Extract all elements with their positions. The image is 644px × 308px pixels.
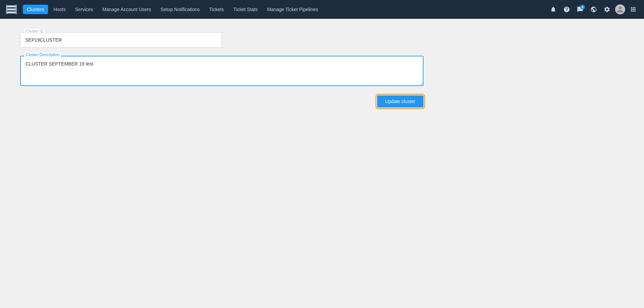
globe-icon[interactable] [588,4,599,15]
nav-services[interactable]: Services [71,5,97,14]
nav-clusters[interactable]: Clusters [23,5,48,14]
svg-rect-1 [7,8,16,10]
notification-badge: 2 [580,5,585,9]
cluster-desc-textarea[interactable] [20,56,424,86]
cluster-id-input[interactable] [20,32,222,48]
cluster-id-label: Cluster ID [24,29,45,34]
nav-hosts[interactable]: Hosts [49,5,70,14]
svg-rect-2 [7,11,16,13]
update-cluster-button[interactable]: Update cluster [377,95,424,107]
avatar[interactable] [615,4,625,14]
bell-icon[interactable] [548,4,559,15]
app-logo [5,3,17,15]
cluster-desc-field-group: Cluster Description [20,56,424,87]
grid-icon[interactable] [628,4,639,15]
main-content: Cluster ID Cluster Description Update cl… [0,19,644,121]
svg-rect-4 [15,5,17,14]
download-icon[interactable]: 2 [575,4,586,15]
nav-setup-notifications[interactable]: Setup Notifications [157,5,204,14]
settings-icon[interactable] [602,4,612,15]
cluster-id-field-group: Cluster ID [20,32,222,48]
cluster-desc-label: Cluster Description [24,52,61,57]
nav-ticket-stats[interactable]: Ticket Stats [229,5,262,14]
svg-rect-0 [7,5,16,7]
navbar: Clusters Hosts Services Manage Account U… [0,0,644,19]
nav-manage-ticket-pipelines[interactable]: Manage Ticket Pipelines [263,5,322,14]
navbar-icons: 2 [548,4,639,15]
svg-rect-3 [6,5,7,14]
help-icon[interactable] [561,4,572,15]
nav-tickets[interactable]: Tickets [205,5,228,14]
nav-manage-account-users[interactable]: Manage Account Users [98,5,155,14]
update-btn-wrapper: Update cluster [20,95,424,107]
